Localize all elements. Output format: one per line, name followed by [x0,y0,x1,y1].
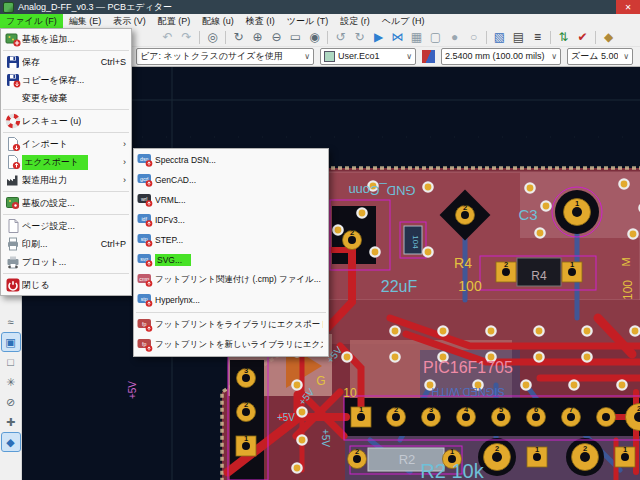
svg-text:PIC16F1705: PIC16F1705 [423,359,513,376]
stp-filetype-icon: stp [136,292,155,308]
svg-text:+5V: +5V [127,381,138,399]
menu-item--[interactable]: インポート› [1,135,131,153]
menu-item-svg-[interactable]: svgSVG... [134,250,328,270]
menu-item--[interactable]: 閉じる [1,276,131,294]
layer-combo[interactable]: User.Eco1 ∨ [320,48,416,65]
rotate-cw-icon[interactable]: ↻ [350,29,369,45]
menubar-item-2[interactable]: 表示 (V) [107,14,152,28]
menu-item--[interactable]: 変更を破棄 [1,89,131,107]
svg-text:2: 2 [583,444,587,453]
toolbar-separator [199,31,200,44]
layer-pair-swap-icon[interactable] [422,50,435,63]
svg-text:104: 104 [411,235,420,249]
svg-text:1: 1 [450,447,454,456]
footprint-editor-icon[interactable]: ≡ [528,29,547,45]
zoom-selection-icon[interactable]: ◉ [305,29,324,45]
zoom-out-icon[interactable]: ⊖ [267,29,286,45]
menu-item--[interactable]: 製造用出力› [1,171,131,189]
menu-item--[interactable]: fpフットプリントをライブラリにエクスポート... [134,315,328,335]
menubar-item-1[interactable]: 編集 (E) [63,14,108,28]
select-area-icon[interactable]: □ [2,353,20,371]
menu-separator [3,109,129,110]
drc-check-icon[interactable]: ✔ [573,29,592,45]
group-icon[interactable]: ▦ [407,29,426,45]
route-tracks-icon[interactable]: ≈ [2,313,20,331]
net-highlight-icon[interactable]: ◆ [599,29,618,45]
svg-text:R4: R4 [531,269,547,283]
mirror-icon[interactable]: ▶ [369,29,388,45]
svg-text:stp: stp [141,296,148,302]
rotate-ccw-icon[interactable]: ↺ [331,29,350,45]
menu-item--[interactable]: 保存Ctrl+S [1,53,131,71]
menubar-item-6[interactable]: ツール (T) [281,14,334,28]
menu-item--[interactable]: プロット... [1,253,131,271]
via-size-combo[interactable]: ビア: ネットクラスのサイズを使用 ∨ [136,48,314,65]
menu-item-label: レスキュー (u) [22,115,81,128]
chevron-down-icon: ∨ [304,52,310,61]
menu-item--[interactable]: コピーを保存... [1,71,131,89]
svg-text:5: 5 [499,405,503,414]
menubar-item-7[interactable]: 設定 (r) [334,14,376,28]
svg-text:2: 2 [355,447,359,456]
chevron-down-icon: ∨ [406,52,412,61]
svg-text:R2: R2 [399,452,416,467]
ungroup-icon[interactable]: ▢ [426,29,445,45]
menu-item--[interactable]: 印刷...Ctrl+P [1,235,131,253]
chevron-down-icon: ∨ [623,52,629,61]
zoom-in-icon[interactable]: ⊕ [248,29,267,45]
stp-filetype-icon: stp [136,232,155,248]
menu-item--[interactable]: fpフットプリントを新しいライブラリにエクスポート... [134,335,328,355]
menu-item--[interactable]: エクスポート› [1,153,131,171]
menu-item-step-[interactable]: stpSTEP... [134,230,328,250]
menu-item-label: 基板を追加... [22,33,75,46]
drc-icon[interactable]: ▧ [490,29,509,45]
zoom-auto-icon[interactable]: ◎ [203,29,222,45]
show-ratsnest-icon[interactable]: ✳ [2,373,20,391]
menubar-item-0[interactable]: ファイル (F) [0,14,63,28]
flip-icon[interactable]: ⋈ [388,29,407,45]
unlock-icon[interactable]: ○ [464,29,483,45]
menubar-item-8[interactable]: ヘルプ (H) [376,14,431,28]
menu-item--[interactable]: 基板の設定... [1,194,131,212]
hide-ratsnest-icon[interactable]: ⊘ [2,393,20,411]
refresh-icon[interactable]: ↻ [229,29,248,45]
menubar-item-5[interactable]: 検査 (I) [240,14,281,28]
library-browser-icon[interactable]: ▤ [509,29,528,45]
plot-icon [3,254,22,270]
print-icon [3,236,22,252]
layer-presentation-icon[interactable]: ◆ [2,433,20,451]
zoom-page-icon[interactable]: ▭ [286,29,305,45]
update-pcb-icon[interactable]: ⇅ [554,29,573,45]
menu-item-specctra-dsn-[interactable]: dsnSpecctra DSN... [134,150,328,170]
grid-combo[interactable]: 2.5400 mm (100.00 mils) ∨ [441,48,561,65]
idf-filetype-icon: idf [136,212,155,228]
zoom-combo[interactable]: ズーム 5.00 ∨ [567,48,633,65]
svg-text:SIGNED.WITH: SIGNED.WITH [431,386,504,398]
toolbar-separator [225,31,226,44]
crosshair-icon[interactable]: ✚ [2,413,20,431]
menu-item-gencad-[interactable]: gcdGenCAD... [134,170,328,190]
menu-item-hyperlynx-[interactable]: stpHyperlynx... [134,290,328,310]
menu-item-label: 閉じる [22,279,49,292]
local-ratsnest-icon[interactable]: ▣ [2,333,20,351]
menu-item-label: 製造用出力 [22,174,67,187]
svg-text:100: 100 [458,278,482,294]
svg-text:2: 2 [244,400,248,409]
svg-text:1: 1 [575,199,579,208]
menu-item-label: SVG... [155,254,191,266]
menu-item--[interactable]: ページ設定... [1,217,131,235]
menu-item--u-[interactable]: レスキュー (u) [1,112,131,130]
svg-text:1: 1 [623,445,627,454]
close-button[interactable]: ✕ [616,0,640,14]
menu-item-vrml-[interactable]: wrlVRML... [134,190,328,210]
undo-icon[interactable]: ↶ [158,29,177,45]
menu-item--[interactable]: 基板を追加... [1,30,131,48]
menubar-item-3[interactable]: 配置 (P) [152,14,197,28]
power-icon [3,277,22,293]
menu-item--cmp-[interactable]: cmpフットプリント関連付け (.cmp) ファイル... [134,270,328,290]
lock-icon[interactable]: ● [445,29,464,45]
menu-item-idfv3-[interactable]: idfIDFv3... [134,210,328,230]
redo-icon[interactable]: ↷ [177,29,196,45]
menubar-item-4[interactable]: 配線 (u) [196,14,240,28]
menu-item-label: フットプリント関連付け (.cmp) ファイル... [155,274,321,286]
